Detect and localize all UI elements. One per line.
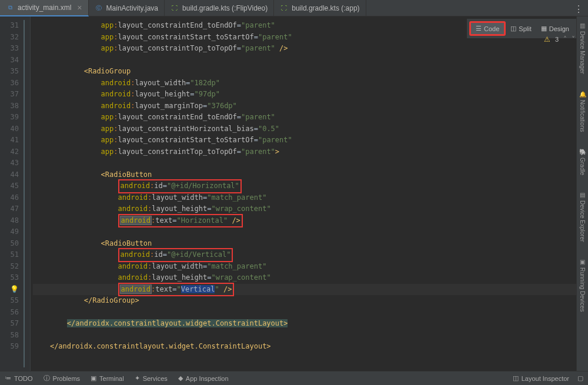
split-view-icon: ◫ bbox=[510, 25, 516, 32]
rail-device-manager[interactable]: ▥Device Manager bbox=[579, 22, 586, 74]
rail-running-devices[interactable]: ▣Running Devices bbox=[579, 259, 586, 312]
close-icon[interactable]: × bbox=[77, 3, 82, 12]
rail-label: Notifications bbox=[579, 100, 586, 132]
view-mode-design-button[interactable]: ▦ Design bbox=[536, 21, 574, 36]
more-icon[interactable]: ⋮ bbox=[574, 4, 583, 15]
code-area[interactable]: app:layout_constraintEnd_toEndOf="parent… bbox=[31, 16, 576, 371]
corner-button[interactable]: ▢ bbox=[577, 374, 583, 382]
window-icon: ▢ bbox=[577, 374, 583, 382]
services-button[interactable]: ✦Services bbox=[135, 374, 168, 382]
app-inspection-icon: ◆ bbox=[178, 374, 183, 382]
rail-device-explorer[interactable]: ▤Device Explorer bbox=[579, 192, 586, 242]
view-mode-code-button[interactable]: ☰ Code bbox=[469, 21, 506, 36]
code-editor[interactable]: 3132333435363738394041424344454647484950… bbox=[0, 16, 576, 371]
gradle-file-icon: ⛶ bbox=[280, 4, 288, 12]
running-devices-icon: ▣ bbox=[579, 259, 586, 265]
services-icon: ✦ bbox=[135, 374, 140, 382]
view-mode-split-button[interactable]: ◫ Split bbox=[506, 21, 536, 36]
device-manager-icon: ▥ bbox=[579, 22, 586, 29]
rail-label: Device Explorer bbox=[579, 200, 586, 242]
bitm-label: TODO bbox=[14, 375, 33, 382]
toolbtn-label: Design bbox=[549, 25, 569, 32]
tab-gradle-flipvideo[interactable]: ⛶ build.gradle.kts (:FlipVideo) bbox=[165, 0, 274, 16]
bell-icon: 🔔 bbox=[579, 91, 586, 98]
xml-file-icon: ⧉ bbox=[6, 4, 14, 12]
gradle-icon: 🐘 bbox=[579, 148, 586, 155]
todo-icon: ≔ bbox=[5, 374, 11, 382]
bitm-label: Problems bbox=[53, 375, 80, 382]
chevron-down-icon[interactable]: ˅ bbox=[572, 35, 575, 43]
problems-icon: ⓘ bbox=[44, 374, 50, 383]
gradle-file-icon: ⛶ bbox=[171, 4, 179, 12]
problems-button[interactable]: ⓘProblems bbox=[44, 374, 80, 383]
bottom-left-tools: ≔TODO ⓘProblems ▣Terminal ✦Services ◆App… bbox=[5, 374, 229, 383]
tab-label: activity_main.xml bbox=[18, 4, 71, 12]
tab-activity-main[interactable]: ⧉ activity_main.xml × bbox=[0, 0, 89, 16]
tab-mainactivity[interactable]: Ⓒ MainActivity.java bbox=[89, 0, 165, 16]
bitm-label: Layout Inspector bbox=[522, 375, 569, 382]
toolbtn-label: Split bbox=[519, 25, 531, 32]
bottom-right-tools: ◫Layout Inspector ▢ bbox=[513, 374, 583, 382]
layout-inspector-icon: ◫ bbox=[513, 374, 519, 382]
chevron-up-icon[interactable]: ˄ bbox=[563, 35, 567, 43]
code-view-icon: ☰ bbox=[476, 25, 482, 32]
bottom-tool-bar: ≔TODO ⓘProblems ▣Terminal ✦Services ◆App… bbox=[0, 371, 588, 385]
java-file-icon: Ⓒ bbox=[95, 4, 103, 12]
bitm-label: Terminal bbox=[99, 375, 124, 382]
line-number-gutter: 3132333435363738394041424344454647484950… bbox=[0, 16, 24, 371]
rail-gradle[interactable]: 🐘Gradle bbox=[579, 148, 586, 175]
rail-label: Device Manager bbox=[579, 31, 586, 74]
rail-notifications[interactable]: 🔔Notifications bbox=[579, 91, 586, 132]
tab-label: MainActivity.java bbox=[106, 4, 158, 12]
tab-gradle-app[interactable]: ⛶ build.gradle.kts (:app) bbox=[274, 0, 366, 16]
todo-button[interactable]: ≔TODO bbox=[5, 374, 33, 382]
tab-label: build.gradle.kts (:app) bbox=[292, 4, 359, 12]
terminal-button[interactable]: ▣Terminal bbox=[91, 374, 124, 382]
folding-column bbox=[24, 16, 31, 371]
app-inspection-button[interactable]: ◆App Inspection bbox=[178, 374, 229, 382]
warning-count: 3 bbox=[555, 36, 559, 43]
layout-inspector-button[interactable]: ◫Layout Inspector bbox=[513, 374, 569, 382]
warning-icon: ⚠ bbox=[544, 35, 550, 43]
device-explorer-icon: ▤ bbox=[579, 192, 586, 198]
inspections-summary[interactable]: ⚠ 3 ˄ ˅ bbox=[544, 35, 575, 43]
terminal-icon: ▣ bbox=[91, 374, 96, 382]
right-tool-rail: ▥Device Manager 🔔Notifications 🐘Gradle ▤… bbox=[576, 16, 588, 371]
rail-label: Gradle bbox=[579, 158, 586, 175]
bitm-label: Services bbox=[143, 375, 168, 382]
editor-tabs: ⧉ activity_main.xml × Ⓒ MainActivity.jav… bbox=[0, 0, 588, 16]
toolbtn-label: Code bbox=[484, 25, 499, 32]
design-view-icon: ▦ bbox=[541, 25, 547, 32]
bitm-label: App Inspection bbox=[186, 375, 229, 382]
tab-label: build.gradle.kts (:FlipVideo) bbox=[182, 4, 268, 12]
rail-label: Running Devices bbox=[579, 267, 586, 312]
